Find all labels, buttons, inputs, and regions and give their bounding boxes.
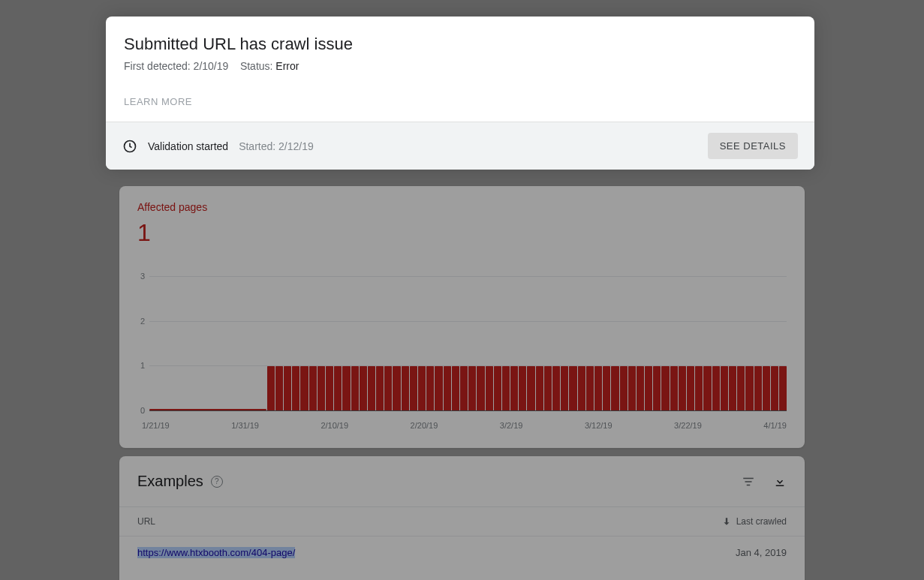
chart-bar [679,365,686,410]
chart-bar [611,365,619,410]
affected-pages-count: 1 [137,219,151,247]
chart-bar [637,365,644,410]
chart-bar [603,365,610,410]
issue-title: Submitted URL has crawl issue [124,35,796,54]
see-details-button[interactable]: SEE DETAILS [708,133,798,159]
chart-bar [703,365,711,410]
issue-header: Submitted URL has crawl issue First dete… [106,17,814,122]
chart-bar [661,365,669,410]
gridline [149,410,787,411]
chart-x-axis: 1/21/191/31/192/10/192/20/193/2/193/12/1… [142,421,787,430]
chart-bar [763,365,770,410]
chart-bar [494,365,501,410]
chart-bar [275,365,283,410]
chart-bar [426,365,434,410]
examples-card: Examples ? URL Last crawled [119,456,805,580]
chart-bar [645,365,652,410]
chart-bar [326,365,333,410]
chart-bar [510,365,518,410]
download-icon[interactable] [773,475,787,488]
chart-bar [779,365,787,410]
svg-rect-0 [743,477,754,479]
affected-pages-card: Affected pages 1 1/21/191/31/192/10/192/… [119,186,805,448]
chart-bar [342,365,350,410]
chart-bar [360,365,367,410]
column-header-url[interactable]: URL [137,516,721,527]
chart-bar [267,365,275,410]
filter-icon[interactable] [742,475,755,488]
chart-bar [460,365,468,410]
issue-meta: First detected: 2/10/19 Status: Error [124,60,796,72]
y-tick-label: 2 [134,317,145,326]
chart-bar [309,365,317,410]
chart-bar [368,365,375,410]
examples-table-header: URL Last crawled [119,506,805,536]
example-url-link[interactable]: https://www.htxbooth.com/404-page/ [137,547,295,558]
table-row[interactable]: https://www.htxbooth.com/404-page/ Jan 4… [119,536,805,569]
learn-more-link[interactable]: LEARN MORE [124,96,192,107]
issue-overlay-card: Submitted URL has crawl issue First dete… [106,17,814,170]
chart-bar [687,365,694,410]
chart-bar [620,365,628,410]
example-url-cell: https://www.htxbooth.com/404-page/ [137,547,736,558]
chart-bar [334,365,342,410]
gridline [149,365,787,366]
x-tick-label: 4/1/19 [763,421,787,430]
chart-bar [284,365,291,410]
chart-zero-segment [149,409,266,410]
validation-bar: Validation started Started: 2/12/19 SEE … [106,122,814,170]
chart-bar [586,365,594,410]
x-tick-label: 2/10/19 [321,421,348,430]
examples-header: Examples ? [119,456,805,506]
x-tick-label: 3/12/19 [585,421,612,430]
chart-bar [444,365,451,410]
chart-bar [435,365,442,410]
chart-bar [376,365,384,410]
chart-bar [477,365,484,410]
x-tick-label: 1/31/19 [231,421,259,430]
affected-pages-label: Affected pages [137,201,207,213]
help-icon[interactable]: ? [211,476,223,488]
chart-bar [561,365,568,410]
chart-bars [149,284,787,410]
chart-bar [771,365,778,410]
chart-bar [569,365,576,410]
chart-bar [384,365,392,410]
chart-bar [552,365,560,410]
chart-bar [519,365,526,410]
column-header-last-crawled[interactable]: Last crawled [721,516,787,527]
y-tick-label: 3 [134,272,145,281]
example-date-cell: Jan 4, 2019 [736,547,787,558]
clock-icon [122,139,137,154]
gridline [149,321,787,322]
validation-started-date: Started: 2/12/19 [239,140,697,152]
x-tick-label: 1/21/19 [142,421,170,430]
chart-bar [486,365,493,410]
chart-bar [695,365,703,410]
chart-bar [300,365,308,410]
chart-bar [318,365,325,410]
chart-bar [712,365,720,410]
validation-status-label: Validation started [148,140,228,152]
examples-title: Examples [137,473,203,490]
chart-bar [351,365,359,410]
chart-bar [452,365,459,410]
chart-bar [393,365,400,410]
chart-bar [410,365,417,410]
chart-bar [536,365,543,410]
chart-bar [578,365,585,410]
chart-bar [402,365,409,410]
chart-bar [754,365,762,410]
chart-bar [729,365,736,410]
chart-bar [468,365,476,410]
chart-bar [544,365,552,410]
x-tick-label: 2/20/19 [411,421,438,430]
chart-bar [292,365,299,410]
chart-bar [745,365,753,410]
svg-rect-2 [747,484,751,485]
x-tick-label: 3/22/19 [674,421,702,430]
chart-bar [721,365,728,410]
x-tick-label: 3/2/19 [500,421,523,430]
chart-bar [670,365,678,410]
y-tick-label: 1 [134,361,145,370]
